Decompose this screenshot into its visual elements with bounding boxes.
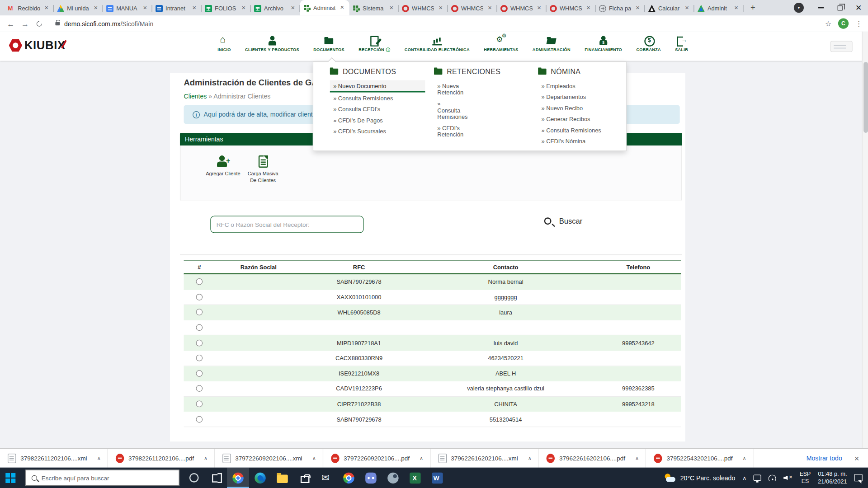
download-caret-icon[interactable]: ∧ <box>97 455 101 461</box>
download-caret-icon[interactable]: ∧ <box>743 455 746 461</box>
header-account-badge[interactable] <box>830 41 853 52</box>
browser-tab[interactable]: Archivo × <box>251 1 300 15</box>
show-all-downloads-link[interactable]: Mostrar todo <box>807 455 842 462</box>
scrollbar-thumb[interactable] <box>863 62 868 133</box>
browser-tab[interactable]: WHMCS × <box>497 1 547 15</box>
tab-close-icon[interactable]: × <box>437 5 444 12</box>
row-radio-button[interactable] <box>196 370 203 377</box>
add-client-button[interactable]: + Agregar Cliente <box>205 155 241 178</box>
table-row[interactable]: SABN790729678 5513204514 <box>184 412 681 427</box>
row-radio-button[interactable] <box>196 309 203 316</box>
browser-tab[interactable]: Recibido × <box>5 1 54 15</box>
table-row[interactable]: CIPR721022B38 CHINITA 9995243218 <box>184 397 681 412</box>
menu-item[interactable]: » Nuevo Recibo <box>538 103 625 113</box>
client-search-input[interactable] <box>210 216 363 233</box>
browser-tab[interactable]: Mi unida × <box>54 1 103 15</box>
nav-item[interactable]: HERRAMIENTASi <box>484 36 518 52</box>
download-caret-icon[interactable]: ∧ <box>420 455 423 461</box>
bookmark-star-icon[interactable]: ☆ <box>825 19 831 28</box>
nav-item[interactable]: COBRANZAi <box>636 36 661 52</box>
tab-close-icon[interactable]: × <box>190 5 198 12</box>
download-caret-icon[interactable]: ∧ <box>528 455 532 461</box>
download-caret-icon[interactable]: ∧ <box>312 455 316 461</box>
menu-item[interactable]: » Consulta CFDI's <box>330 103 425 114</box>
tab-close-icon[interactable]: × <box>486 5 494 12</box>
display-tray-icon[interactable] <box>754 475 761 481</box>
row-radio-button[interactable] <box>196 324 203 331</box>
nav-item[interactable]: DOCUMENTOSi <box>313 36 344 52</box>
action-center-icon[interactable] <box>854 474 862 481</box>
tab-search-button[interactable]: ▾ <box>794 3 804 13</box>
volume-muted-icon[interactable] <box>783 474 793 481</box>
browser-tab[interactable]: Calcular × <box>645 1 694 15</box>
nav-item[interactable]: CONTABILIDAD ELECTRÓNICAi <box>405 36 470 52</box>
reload-button[interactable] <box>35 19 43 27</box>
bulk-upload-clients-button[interactable]: Carga Masiva De Clientes <box>245 155 281 184</box>
row-radio-button[interactable] <box>196 385 203 392</box>
menu-item[interactable]: » CFDI's Nómina <box>538 136 625 146</box>
menu-item[interactable]: » CFDI's Retención <box>434 122 465 140</box>
browser-tab[interactable]: Sistema × <box>349 1 399 15</box>
nav-item[interactable]: RECEPCIÓNi <box>359 36 390 52</box>
browser-tab[interactable]: Intranet × <box>152 1 202 15</box>
table-row[interactable] <box>184 320 681 336</box>
tab-close-icon[interactable]: × <box>732 5 740 12</box>
downloads-bar-close-icon[interactable]: × <box>854 453 859 463</box>
new-tab-button[interactable]: + <box>745 0 760 15</box>
menu-item[interactable]: » CFDI's Sucursales <box>330 126 425 136</box>
window-minimize-button[interactable] <box>811 0 830 15</box>
forward-button[interactable]: → <box>21 19 29 28</box>
tab-close-icon[interactable]: × <box>92 5 99 12</box>
row-radio-button[interactable] <box>196 416 203 422</box>
wifi-tray-icon[interactable] <box>769 475 776 481</box>
table-row[interactable]: WHL6905085D8 laura <box>184 305 681 320</box>
menu-item[interactable]: » Empleados <box>538 80 625 91</box>
menu-item[interactable]: » Consulta Remisiones <box>330 92 425 103</box>
keyboard-language-indicator[interactable]: ESP ES <box>800 471 811 485</box>
nav-item[interactable]: SALIRi <box>675 36 688 52</box>
table-row[interactable]: CACX880330RN9 46234520221 <box>184 351 681 366</box>
tab-close-icon[interactable]: × <box>535 5 543 12</box>
tab-close-icon[interactable]: × <box>141 5 149 12</box>
nav-item[interactable]: FINANCIAMIENTOi <box>585 36 622 52</box>
download-caret-icon[interactable]: ∧ <box>635 455 639 461</box>
row-radio-button[interactable] <box>196 401 203 408</box>
search-button[interactable]: Buscar <box>544 217 583 225</box>
window-restore-button[interactable] <box>830 0 849 15</box>
table-row[interactable]: SABN790729678 Norma bernal <box>184 274 681 290</box>
taskbar-search-box[interactable]: Escribe aquí para buscar <box>25 470 179 486</box>
menu-item[interactable]: » Generar Recibos <box>538 113 625 124</box>
menu-item[interactable]: » Departamentos <box>538 91 625 102</box>
tab-close-icon[interactable]: × <box>240 5 247 12</box>
browser-tab[interactable]: WHMCS × <box>448 1 497 15</box>
download-item[interactable]: 379622616202106....xml ∧ <box>430 448 539 468</box>
tab-close-icon[interactable]: × <box>387 5 395 12</box>
table-row[interactable]: CADV1912223P6 valeria stephanya castillo… <box>184 381 681 397</box>
profile-avatar[interactable]: C <box>838 18 849 28</box>
menu-item[interactable]: » Consulta Remisiones <box>538 125 625 136</box>
page-scrollbar[interactable] <box>862 32 868 448</box>
browser-tab[interactable]: Administ × <box>300 0 349 15</box>
menu-item[interactable]: » Nuevo Documento <box>330 80 425 93</box>
browser-tab[interactable]: Adminit × <box>694 1 744 15</box>
row-radio-button[interactable] <box>196 339 203 346</box>
address-bar[interactable]: demo.sicofi.com.mx/Sicofi/Main <box>50 18 819 30</box>
breadcrumb-link[interactable]: Clientes <box>184 93 207 100</box>
menu-item[interactable]: » CFDI's De Pagos <box>330 114 425 125</box>
browser-tab[interactable]: MANUA × <box>103 1 152 15</box>
download-item[interactable]: 379522543202106....pdf ∧ <box>646 448 753 468</box>
window-close-button[interactable]: ✕ <box>849 0 868 15</box>
table-row[interactable]: XAXX010101000 ggggggg <box>184 290 681 305</box>
tab-close-icon[interactable]: × <box>42 5 50 12</box>
menu-item[interactable]: » Nueva Retención <box>434 80 465 98</box>
table-row[interactable]: ISE921210MX8 ABEL H <box>184 366 681 381</box>
taskbar-clock[interactable]: 01:48 p. m. 21/06/2021 <box>818 470 847 485</box>
download-item[interactable]: 379822611202106....xml ∧ <box>0 448 108 468</box>
nav-item[interactable]: INICIOi <box>217 36 231 52</box>
table-row[interactable]: MIPD1907218A1 luis david 9995243642 <box>184 336 681 351</box>
tab-close-icon[interactable]: × <box>338 4 346 12</box>
back-button[interactable]: ← <box>7 19 14 28</box>
row-radio-button[interactable] <box>196 294 203 300</box>
weather-widget[interactable]: 20°C Parc. soleado <box>664 473 735 483</box>
nav-item[interactable]: ADMINISTRACIÓNi <box>533 36 571 52</box>
